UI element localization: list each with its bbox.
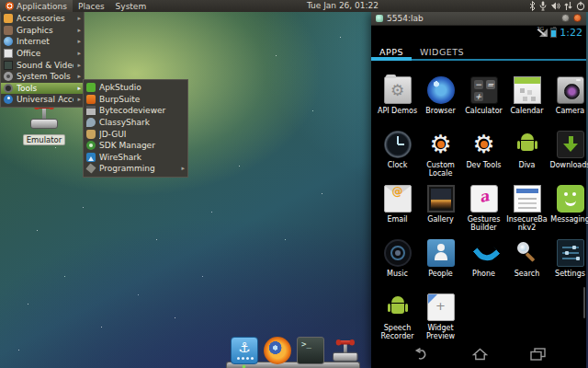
menu-item-label: ClassyShark <box>99 118 181 127</box>
recents-button[interactable] <box>530 348 546 361</box>
app-label: Camera <box>548 107 588 115</box>
gallery-icon <box>427 185 455 213</box>
network-arrows-icon[interactable] <box>564 1 572 11</box>
menu-item-label: Internet <box>17 37 74 46</box>
menu-system[interactable]: System <box>110 0 153 12</box>
recents-icon <box>530 348 546 361</box>
submenu-arrow-icon: ▸ <box>77 73 81 80</box>
menu-item-universal-access[interactable]: Universal Access▸ <box>1 94 84 106</box>
sound-video-icon <box>4 61 13 70</box>
bluetooth-icon[interactable] <box>529 1 536 11</box>
app-calculator[interactable]: −=+Calculator <box>462 76 505 131</box>
menu-item-bytecodeviewer[interactable]: Bytecodeviewer <box>84 105 187 117</box>
app-api-demos[interactable]: API Demos <box>376 76 419 131</box>
microphone-icon[interactable] <box>539 1 547 11</box>
menu-item-system-tools[interactable]: System Tools▸ <box>1 71 84 83</box>
dock-docky-item[interactable] <box>231 337 258 364</box>
menu-item-burpsuite[interactable]: BurpSuite <box>84 94 187 106</box>
docky-icon <box>231 337 258 364</box>
app-clock[interactable]: Clock <box>376 131 419 185</box>
menu-item-office[interactable]: Office▸ <box>1 48 84 60</box>
applications-menu: Accessories▸Graphics▸Internet▸Office▸Sou… <box>0 12 85 108</box>
firefox-icon <box>264 337 291 364</box>
volume-icon[interactable] <box>550 1 560 11</box>
menu-item-internet[interactable]: Internet▸ <box>1 36 84 48</box>
gestures-icon <box>470 185 498 213</box>
menu-item-label: Sound & Video <box>17 61 74 70</box>
dock-terminal-item[interactable] <box>297 337 324 364</box>
panel-clock[interactable]: Tue Jan 26, 01:22 <box>307 0 379 12</box>
graphics-icon <box>4 26 13 35</box>
dock-firefox-item[interactable] <box>264 337 291 364</box>
signal-icon: 3G <box>537 28 548 37</box>
app-email[interactable]: Email <box>376 185 419 239</box>
app-messaging[interactable]: Messaging <box>548 185 588 239</box>
power-icon[interactable] <box>576 1 585 11</box>
menu-item-apkstudio[interactable]: ApkStudio <box>84 82 187 94</box>
wireshark-icon <box>86 153 96 162</box>
menu-item-label: Universal Access <box>17 95 74 104</box>
dock-emulator-item[interactable] <box>330 337 357 364</box>
menu-item-programming[interactable]: Programming▸ <box>84 163 187 175</box>
app-grid: API DemosBrowser−=+CalculatorCalendarCam… <box>376 76 588 348</box>
window-titlebar[interactable]: 5554:lab <box>371 11 586 26</box>
app-diva[interactable]: Diva <box>505 131 548 185</box>
scrollbar[interactable] <box>583 287 585 318</box>
menu-item-tools[interactable]: Tools▸ <box>1 83 84 95</box>
menu-places[interactable]: Places <box>73 0 110 12</box>
settings-icon <box>557 239 584 267</box>
app-camera[interactable]: Camera <box>548 76 588 131</box>
desktop-emulator-shortcut[interactable]: Emulator <box>17 101 72 146</box>
android-icon <box>384 293 412 321</box>
emulator-joystick-icon <box>331 338 356 362</box>
apkstudio-icon <box>86 83 96 92</box>
app-label: Search <box>505 270 548 278</box>
menu-item-jd-gui[interactable]: JD-GUI <box>84 128 187 140</box>
tab-widgets[interactable]: WIDGETS <box>412 44 472 59</box>
app-custom-locale[interactable]: Custom Locale <box>419 131 462 185</box>
submenu-arrow-icon: ▸ <box>181 165 185 172</box>
desktop-screen: Applications Places System Tue Jan 26, 0… <box>0 0 588 368</box>
minimize-button[interactable] <box>561 14 570 22</box>
distro-logo-icon <box>6 2 14 10</box>
battery-icon <box>550 28 557 38</box>
app-people[interactable]: People <box>419 239 462 293</box>
menu-item-sound-video[interactable]: Sound & Video▸ <box>1 59 84 71</box>
app-insecurebankv2[interactable]: InsecureBankv2 <box>505 185 548 239</box>
calendar-icon <box>514 76 541 104</box>
email-icon <box>384 185 412 213</box>
app-downloads[interactable]: Downloads <box>548 131 588 185</box>
android-status-bar: 3G 1:22 <box>371 25 586 40</box>
menu-item-wireshark[interactable]: WireShark <box>84 152 187 164</box>
app-browser[interactable]: Browser <box>419 76 462 131</box>
back-button[interactable] <box>413 348 430 362</box>
system-tray <box>529 0 585 12</box>
menu-item-classyshark[interactable]: ClassyShark <box>84 117 187 129</box>
menu-item-label: System Tools <box>17 72 74 81</box>
menu-item-sdk-manager[interactable]: SDK Manager <box>84 140 187 152</box>
app-search[interactable]: Search <box>505 239 548 293</box>
menu-system-label: System <box>116 2 147 11</box>
app-gallery[interactable]: Gallery <box>419 185 462 239</box>
app-calendar[interactable]: Calendar <box>505 76 548 131</box>
submenu-arrow-icon: ▸ <box>77 85 81 92</box>
tools-icon <box>4 84 13 93</box>
app-label: Browser <box>419 107 462 115</box>
menu-item-label: Graphics <box>17 26 74 35</box>
home-button[interactable] <box>472 348 488 361</box>
system-tools-icon <box>4 72 13 81</box>
menu-applications[interactable]: Applications <box>0 0 73 12</box>
clock-icon <box>384 131 412 158</box>
app-gestures-builder[interactable]: Gestures Builder <box>462 185 505 239</box>
app-music[interactable]: Music <box>376 239 419 293</box>
close-button[interactable] <box>573 14 582 22</box>
menu-item-graphics[interactable]: Graphics▸ <box>1 25 84 37</box>
menu-item-accessories[interactable]: Accessories▸ <box>1 13 84 25</box>
android-nav-bar <box>371 340 586 368</box>
app-dev-tools[interactable]: Dev Tools <box>462 131 505 185</box>
app-settings[interactable]: Settings <box>548 239 588 293</box>
app-label: Gestures Builder <box>462 215 505 232</box>
menu-item-label: Tools <box>17 84 74 93</box>
app-phone[interactable]: Phone <box>462 239 505 293</box>
app-label: Settings <box>548 270 588 278</box>
